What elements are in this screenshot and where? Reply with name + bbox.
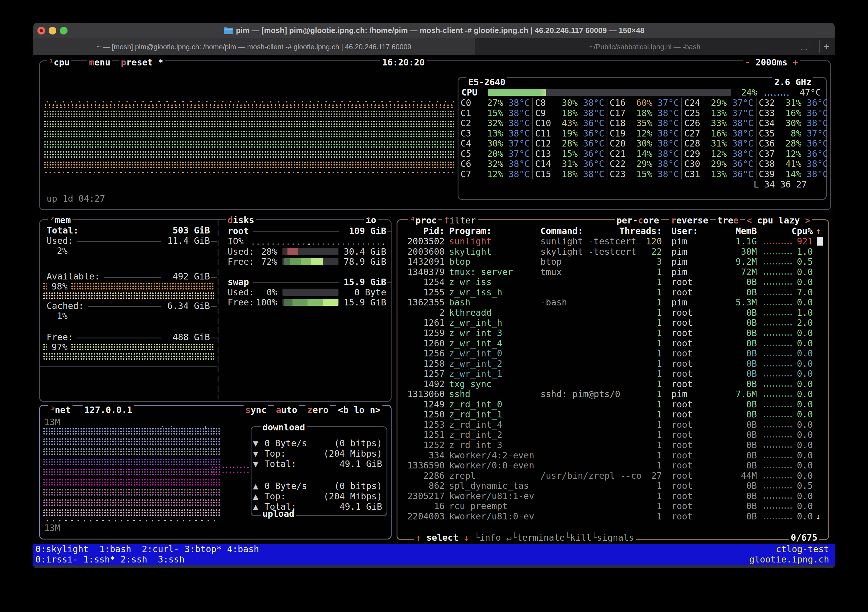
proc-program: skylight (449, 246, 492, 257)
proc-cpu: 0.0 (775, 379, 813, 389)
proc-cpu: 0.0 (775, 328, 813, 338)
cpu-core-row: C5 20% 37°C│C13 15% 36°C│C21 14% 38°C│C2… (460, 149, 833, 159)
proc-cpu: 0.0 (775, 399, 813, 409)
proc-user: pim (671, 389, 687, 399)
download-value: (204 Mibps) (294, 448, 382, 459)
proc-cpu: 0.0 (775, 277, 813, 287)
proc-program: z_rd_int_2 (449, 429, 502, 440)
proc-pid: 1251 (397, 429, 445, 440)
proc-pid: 1253 (397, 420, 445, 430)
menu-button[interactable]: menu (87, 57, 112, 68)
divider-line (211, 277, 217, 278)
proc-pid: 862 (397, 480, 445, 491)
proc-mem: 0B (719, 318, 757, 328)
net-box-title: ³net (48, 405, 73, 415)
net-dot (205, 426, 206, 428)
proc-mem: 0B (719, 501, 757, 511)
proc-sort-selector[interactable]: < cpu lazy > (745, 215, 812, 226)
proc-program: z_wr_int_0 (449, 348, 502, 358)
net-scale-bottom: 13M (44, 523, 60, 533)
proc-cpu: 0.0 (775, 460, 813, 471)
proc-user: root (671, 399, 693, 409)
proc-user: pim (671, 236, 687, 246)
proc-cpu: 7.0 (775, 287, 813, 297)
disk-row-value: 78.9 GiB (336, 256, 386, 267)
cpu-graph-band (43, 151, 454, 159)
download-arrow-icon: ▼ (253, 448, 258, 459)
proc-mem: 30M (719, 246, 757, 257)
proc-pid: 1258 (397, 358, 445, 369)
proc-header-threads: Threads: (615, 226, 662, 236)
proc-program: kworker/u81:0-ev (449, 511, 534, 522)
proc-cpu: 1.0 (775, 307, 813, 318)
proc-pid: 1313060 (397, 389, 445, 399)
proc-mem: 0B (719, 429, 757, 440)
cpu-package-temp: 47°C (800, 87, 821, 98)
proc-user: root (671, 307, 693, 318)
proc-option-per-core[interactable]: per-core (615, 215, 661, 226)
proc-user: root (671, 460, 693, 471)
cpu-core-row: C6 32% 38°C│C14 31% 36°C│C22 29% 38°C│C3… (460, 159, 833, 169)
update-interval[interactable]: - 2000ms + (743, 57, 800, 68)
disk-row-pct: 100% (251, 297, 277, 307)
cpu-graph-band (43, 120, 454, 128)
proc-option-tree[interactable]: tree (716, 215, 740, 226)
proc-threads: 22 (615, 246, 662, 257)
proc-mem: 0B (719, 480, 757, 491)
proc-pid: 2003608 (397, 246, 445, 257)
proc-option-reverse[interactable]: reverse (669, 215, 710, 226)
proc-mem: 0B (719, 338, 757, 349)
disk-row-label: Free: (228, 297, 254, 307)
proc-threads: 3 (615, 256, 662, 267)
preset-button[interactable]: preset * (119, 57, 166, 68)
net-auto-button[interactable]: auto (274, 405, 299, 415)
proc-threads: 1 (615, 287, 662, 297)
net-graph-band (43, 468, 220, 476)
proc-cpu: 0.0 (775, 491, 813, 501)
cpu-model: E5-2640 (467, 77, 507, 87)
proc-scrollbar[interactable] (817, 237, 823, 246)
mem-stat-value: 503 GiB (133, 225, 210, 236)
proc-sort-arrow: ↑ (815, 226, 821, 236)
proc-filter-button[interactable]: filter (442, 215, 477, 226)
proc-cpu: 0.0 (775, 358, 813, 369)
proc-cpu: 0.0 (775, 369, 813, 379)
proc-user: root (671, 379, 693, 389)
proc-header-cpu: Cpu% (775, 226, 813, 236)
net-interface[interactable]: 127.0.0.1 (82, 405, 134, 415)
proc-cpu: 0.0 (775, 267, 813, 277)
net-sync-button[interactable]: sync (243, 405, 268, 415)
proc-mem: 7.6M (719, 389, 757, 399)
disks-box-title: disks (226, 215, 256, 225)
proc-pid: 1340379 (397, 267, 445, 277)
disk-io-dots (251, 243, 383, 245)
proc-cpu: 0.0 (775, 348, 813, 358)
proc-header-pid: Pid: (397, 226, 445, 236)
mem-stat-label: Used: (46, 236, 73, 246)
net-graph-band (43, 479, 220, 487)
net-interface-switch[interactable]: <b lo n> (336, 405, 383, 415)
cpu-core-row: C1 15% 38°C│C9 18% 38°C│C17 18% 38°C│C25… (460, 108, 833, 118)
proc-cpu: 0.5 (775, 480, 813, 491)
proc-mem: 0B (719, 409, 757, 420)
proc-pid: 1256 (397, 348, 445, 358)
cpu-total-label: CPU (462, 87, 477, 98)
net-zero-button[interactable]: zero (305, 405, 330, 415)
proc-program: z_wr_iss (449, 277, 492, 287)
mem-stat-label: Free: (46, 332, 73, 342)
tmux-windows-line2[interactable]: 0:irssi- 1:ssh* 2:ssh 3:ssh (36, 554, 184, 564)
proc-command: btop (541, 256, 562, 267)
cpu-graph-band (43, 161, 454, 169)
proc-program: z_wr_iss_h (449, 287, 502, 297)
proc-cpu: 1.0 (775, 246, 813, 257)
net-graph-sparse (44, 519, 218, 522)
cpu-graph-band (43, 141, 454, 149)
proc-program: rcu_preempt (449, 501, 508, 511)
tmux-windows-line1[interactable]: 0:skylight 1:bash 2:curl- 3:btop* 4:bash (36, 544, 259, 554)
proc-threads: 1 (615, 267, 662, 277)
proc-header-mem: MemB (719, 226, 757, 236)
disks-io-title: ıo (364, 215, 378, 225)
mem-stat-pct: 1% (44, 311, 68, 321)
proc-cpu: 0.0 (775, 338, 813, 349)
divider-line (388, 282, 392, 283)
